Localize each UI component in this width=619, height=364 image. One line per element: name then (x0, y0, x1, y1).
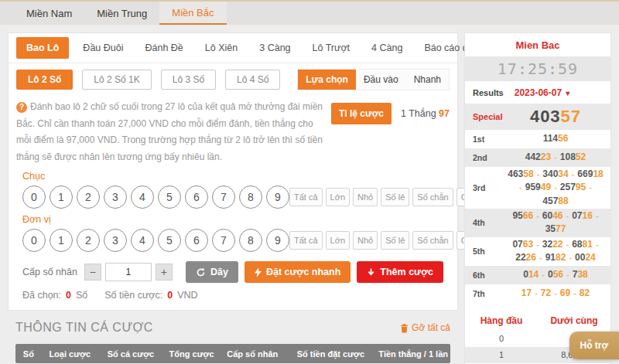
prize-label: 3rd (465, 183, 505, 192)
prize-numbers: 44223-10852 (505, 151, 610, 164)
view-button[interactable]: Nhanh (406, 70, 449, 90)
clear-all-button[interactable]: Gỡ tất cả (400, 322, 450, 333)
digit-button[interactable]: 4 (131, 229, 154, 252)
prize-number: 0716 (572, 209, 593, 223)
mode-button[interactable]: Lô 4 Số (225, 70, 280, 90)
results-date-value: 2023-06-07 (515, 87, 562, 98)
digit-button[interactable]: 8 (239, 229, 262, 252)
prize-label: Special (465, 112, 505, 121)
view-button[interactable]: Lựa chọn (298, 70, 356, 90)
prize-number: 66918 (577, 168, 603, 181)
separator: - (572, 168, 575, 181)
view-button[interactable]: Đầu vào (356, 70, 406, 90)
refresh-icon (196, 267, 206, 277)
results-panel: Mien Bac 17:25:59 Results 2023-06-07▾ Sp… (464, 32, 611, 364)
filter-button[interactable]: Số chẵn (412, 231, 453, 250)
betting-panel: Bao LôĐầu ĐuôiĐánh ĐềLô Xiên3 CàngLô Trư… (8, 32, 458, 363)
amount-value: 0 (167, 290, 173, 301)
quick-bet-button[interactable]: Đặt cược nhanh (245, 261, 351, 283)
digit-button[interactable]: 8 (239, 185, 262, 209)
filter-button[interactable]: Nhỏ (353, 188, 378, 206)
prize-numbers: 9566-6046-0716-3577 (505, 209, 610, 236)
odds-button[interactable]: Tỉ lệ cược (331, 103, 392, 124)
separator: - (589, 182, 592, 194)
digit-button[interactable]: 2 (77, 185, 100, 209)
digit-button[interactable]: 0 (22, 185, 46, 209)
multiplier-minus-button[interactable]: − (84, 264, 101, 281)
bet-type-tab[interactable]: Lô Trượt (305, 38, 358, 58)
filter-button[interactable]: Số lẻ (381, 231, 409, 250)
separator: - (542, 269, 545, 281)
digit-button[interactable]: 7 (212, 229, 235, 252)
digit-button[interactable]: 0 (22, 229, 46, 252)
bet-table-column-header: Số (15, 349, 42, 359)
region-tab-1[interactable]: Miền Nam (14, 2, 84, 25)
digit-button[interactable]: 1 (50, 229, 73, 252)
digit-button[interactable]: 5 (158, 229, 181, 252)
chevron-down-icon: ▾ (566, 89, 569, 97)
add-bet-button-label: Thêm cược (380, 267, 433, 277)
support-button[interactable]: Hỗ trợ (569, 332, 619, 359)
separator: - (566, 239, 569, 251)
digit-button[interactable]: 5 (158, 185, 181, 209)
multiplier-value-field[interactable]: 1 (105, 263, 152, 281)
filter-button[interactable]: Tất cả (289, 188, 323, 206)
bet-table-column-header: Số cá cược (98, 349, 163, 359)
filter-button[interactable]: Lớn (326, 231, 350, 250)
series-button[interactable]: Dãy (186, 261, 238, 283)
digit-button[interactable]: 6 (185, 229, 208, 252)
digit-button[interactable]: 1 (50, 185, 73, 209)
mode-button[interactable]: Lô 2 Số (16, 70, 73, 90)
results-date-dropdown[interactable]: 2023-06-07▾ (510, 85, 574, 100)
bet-type-tab[interactable]: Lô Xiên (197, 38, 245, 58)
chosen-value: 0 (66, 290, 71, 301)
prize-numbers: 0763-3222-6881-2226-9182-0024 (505, 238, 610, 265)
filter-button[interactable]: Số chẵn (412, 188, 453, 206)
separator: - (519, 182, 522, 194)
bet-type-tab[interactable]: Đầu Đuôi (75, 38, 131, 58)
filter-button[interactable]: Số lẻ (381, 188, 409, 206)
prize-number: 10852 (560, 151, 586, 164)
multiplier-plus-button[interactable]: + (156, 264, 173, 281)
digit-button[interactable]: 7 (212, 185, 235, 209)
results-label: Results (473, 88, 504, 97)
bet-type-tab[interactable]: 4 Càng (364, 38, 410, 58)
digit-picker-row: Chục0123456789Tất cảLớnNhỏSố lẻSố chẵnGỡ (9, 171, 457, 209)
filter-button[interactable]: Tất cả (289, 231, 323, 250)
prize-numbers: 40357 (505, 104, 610, 129)
region-tab-2[interactable]: Miền Trung (84, 2, 159, 25)
digit-button[interactable]: 4 (131, 185, 154, 209)
mode-button[interactable]: Lô 3 Số (161, 70, 216, 90)
region-tab-3[interactable]: Miền Bắc (159, 2, 226, 25)
filter-button[interactable]: Nhỏ (353, 231, 378, 250)
digit-button[interactable]: 2 (77, 229, 100, 252)
bet-type-tab[interactable]: Đánh Đề (137, 38, 190, 58)
separator: - (535, 287, 538, 300)
bet-table-column-header: Tiền thắng / 1 lần (376, 349, 450, 359)
bet-type-tab[interactable]: 3 Càng (251, 38, 298, 58)
bet-type-tabs: Bao LôĐầu ĐuôiĐánh ĐềLô Xiên3 CàngLô Trư… (9, 33, 457, 63)
digit-button[interactable]: 3 (104, 229, 127, 252)
multiplier-row: Cấp số nhân − 1 + Dãy Đặt cược nhanh Thê… (9, 252, 457, 283)
quick-bet-button-label: Đặt cược nhanh (266, 267, 340, 277)
multiplier-stepper: Cấp số nhân − 1 + (22, 263, 173, 281)
prize-label: 7th (465, 289, 505, 298)
series-button-label: Dãy (210, 267, 228, 277)
digit-table-head-cell: 1 (465, 350, 538, 359)
digit-circles: 0123456789 (22, 185, 289, 209)
prize-number: 46358 (508, 168, 533, 181)
digit-button[interactable]: 3 (104, 185, 127, 209)
selection-summary: Đã chọn: 0 Số Số tiền cược: 0 VND (9, 283, 457, 310)
bet-type-tab[interactable]: Bao Lô (16, 37, 69, 59)
digit-button[interactable]: 9 (266, 185, 289, 209)
mode-button[interactable]: Lô 2 Số 1K (82, 70, 151, 90)
prize-row: 3rd46358-34034-66918-95949-25795-45788 (465, 167, 610, 209)
lightning-icon (255, 267, 262, 277)
digit-button[interactable]: 9 (266, 229, 289, 252)
chosen-unit: Số (76, 290, 87, 301)
results-region-title: Mien Bac (465, 33, 610, 56)
add-bet-button[interactable]: Thêm cược (357, 261, 443, 283)
digit-button[interactable]: 6 (185, 185, 208, 209)
filter-button[interactable]: Lớn (326, 188, 350, 206)
digit-table-column-header: Hàng đầu (465, 315, 538, 326)
